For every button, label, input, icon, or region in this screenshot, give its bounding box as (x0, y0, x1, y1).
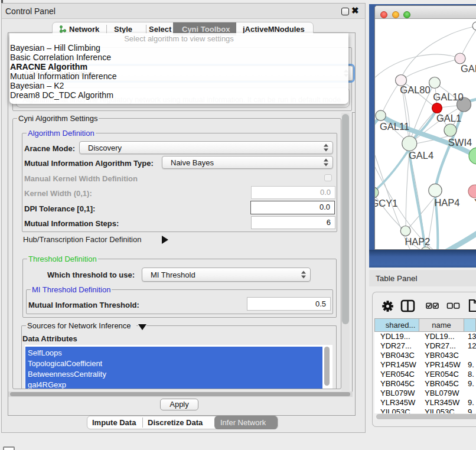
svg-text:GAL10: GAL10 (433, 92, 463, 102)
svg-text:GAL80: GAL80 (400, 84, 430, 95)
svg-text:GAL11: GAL11 (380, 121, 409, 132)
svg-text:GCY1: GCY1 (375, 198, 397, 208)
svg-text:GAL4: GAL4 (409, 150, 433, 161)
svg-text:GAL7: GAL7 (461, 63, 476, 74)
svg-text:SWI4: SWI4 (448, 137, 472, 148)
svg-text:GAL1: GAL1 (436, 113, 461, 123)
svg-text:HAP2: HAP2 (405, 236, 430, 247)
svg-text:HAP4: HAP4 (434, 197, 459, 208)
